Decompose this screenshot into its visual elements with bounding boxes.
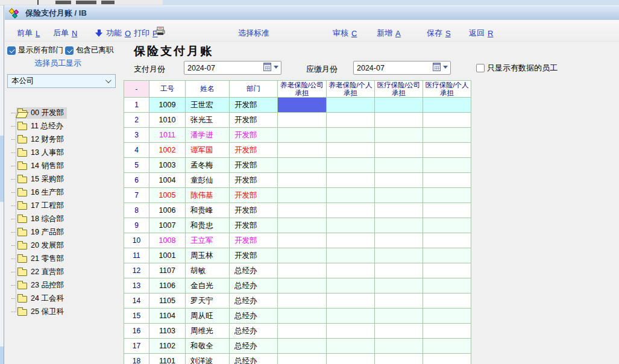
cell-id[interactable]: 1008 — [149, 233, 186, 248]
cell-id[interactable]: 1105 — [149, 293, 186, 309]
cell-medical_company[interactable] — [375, 293, 423, 309]
cell-medical_personal[interactable] — [423, 248, 471, 263]
cell-name[interactable]: 和敬全 — [186, 339, 230, 354]
cell-pension_company[interactable] — [278, 324, 327, 339]
cell-dept[interactable]: 开发部 — [230, 233, 278, 248]
tree-item-14[interactable]: 14 销售部 — [11, 160, 67, 172]
cell-medical_company[interactable] — [375, 339, 423, 354]
cell-name[interactable]: 孟冬梅 — [186, 158, 230, 173]
cell-medical_personal[interactable] — [423, 278, 471, 293]
tree-item-23[interactable]: 23 品控部 — [11, 279, 67, 291]
cell-pension_company[interactable] — [278, 218, 327, 233]
company-select[interactable]: 本公司 — [7, 74, 116, 88]
row-selector-cell[interactable]: 1 — [124, 98, 149, 113]
cell-dept[interactable]: 总经办 — [230, 278, 278, 293]
cell-name[interactable]: 王立军 — [186, 233, 230, 248]
cell-medical_personal[interactable] — [423, 233, 471, 248]
pay-month-select[interactable]: 2024-07 — [184, 61, 281, 75]
cell-pension_company[interactable] — [278, 188, 327, 203]
cell-dept[interactable]: 总经办 — [230, 263, 278, 278]
printer-icon[interactable] — [155, 27, 166, 36]
cell-pension_personal[interactable] — [327, 113, 375, 128]
tree-item-15[interactable]: 15 采购部 — [11, 173, 67, 185]
cell-pension_company[interactable] — [278, 309, 327, 324]
cell-name[interactable]: 和贵忠 — [186, 218, 230, 233]
cell-dept[interactable]: 开发部 — [230, 98, 278, 113]
cell-name[interactable]: 罗天宁 — [186, 293, 230, 309]
toolbar-select-standard-button[interactable]: 选择标准 — [238, 28, 269, 39]
cell-pension_company[interactable] — [278, 143, 327, 158]
row-selector-cell[interactable]: 9 — [124, 218, 149, 233]
cell-pension_company[interactable] — [278, 263, 327, 278]
row-selector-cell[interactable]: 15 — [124, 309, 149, 324]
cell-medical_company[interactable] — [375, 278, 423, 293]
cell-pension_personal[interactable] — [327, 218, 375, 233]
cell-id[interactable]: 1107 — [149, 263, 186, 278]
cell-pension_personal[interactable] — [327, 248, 375, 263]
cell-name[interactable]: 金自光 — [186, 278, 230, 293]
cell-dept[interactable]: 开发部 — [230, 248, 278, 263]
cell-name[interactable]: 王世宏 — [186, 98, 230, 113]
cell-id[interactable]: 1004 — [149, 173, 186, 188]
tree-item-22[interactable]: 22 直营部 — [11, 266, 67, 278]
tree-item-19[interactable]: 19 产品部 — [11, 226, 67, 238]
toolbar-next-button[interactable]: 后单N — [53, 28, 77, 39]
tree-item-11[interactable]: 11 总经办 — [11, 120, 66, 132]
cell-id[interactable]: 1003 — [149, 158, 186, 173]
tree-item-13[interactable]: 13 人事部 — [11, 146, 67, 158]
cell-pension_company[interactable] — [278, 339, 327, 354]
cell-pension_personal[interactable] — [327, 293, 375, 309]
cell-pension_personal[interactable] — [327, 278, 375, 293]
cell-name[interactable]: 周玉林 — [186, 248, 230, 263]
cell-id[interactable]: 1001 — [149, 248, 186, 263]
cell-pension_company[interactable] — [278, 354, 327, 364]
cell-pension_company[interactable] — [278, 98, 327, 113]
cell-dept[interactable]: 总经办 — [230, 293, 278, 309]
cell-pension_personal[interactable] — [327, 158, 375, 173]
toolbar-prev-button[interactable]: 前单L — [17, 28, 40, 39]
cell-id[interactable]: 1010 — [149, 113, 186, 128]
cell-name[interactable]: 周维光 — [186, 324, 230, 339]
cell-medical_company[interactable] — [375, 143, 423, 158]
toolbar-audit-button[interactable]: 审核C — [333, 28, 357, 39]
cell-medical_personal[interactable] — [423, 354, 471, 364]
cell-medical_company[interactable] — [375, 158, 423, 173]
cell-dept[interactable]: 开发部 — [230, 173, 278, 188]
cell-dept[interactable]: 开发部 — [230, 158, 278, 173]
cell-pension_company[interactable] — [278, 203, 327, 218]
cell-id[interactable]: 1011 — [149, 128, 186, 143]
cell-pension_company[interactable] — [278, 158, 327, 173]
cell-medical_personal[interactable] — [423, 203, 471, 218]
row-selector-cell[interactable]: 8 — [124, 203, 149, 218]
cell-pension_personal[interactable] — [327, 324, 375, 339]
cell-medical_company[interactable] — [375, 218, 423, 233]
cell-pension_personal[interactable] — [327, 128, 375, 143]
due-month-select[interactable]: 2024-07 — [353, 61, 451, 75]
cell-pension_company[interactable] — [278, 113, 327, 128]
only-employees-with-data-checkbox[interactable]: 只显示有数据的员工 — [476, 63, 558, 74]
cell-id[interactable]: 1103 — [149, 324, 186, 339]
row-selector-cell[interactable]: 17 — [124, 339, 149, 354]
row-selector-cell[interactable]: 7 — [124, 188, 149, 203]
cell-pension_personal[interactable] — [327, 354, 375, 364]
cell-name[interactable]: 潘学进 — [186, 128, 230, 143]
tree-item-24[interactable]: 24 工会科 — [11, 292, 67, 304]
row-selector-cell[interactable]: 13 — [124, 278, 149, 293]
row-selector-cell[interactable]: 3 — [124, 128, 149, 143]
row-selector-cell[interactable]: 16 — [124, 324, 149, 339]
show-all-departments-checkbox[interactable]: 显示所有部门 — [7, 45, 63, 55]
cell-dept[interactable]: 总经办 — [230, 339, 278, 354]
row-selector-cell[interactable]: 14 — [124, 293, 149, 309]
tree-item-25[interactable]: 25 保卫科 — [11, 306, 67, 318]
cell-dept[interactable]: 总经办 — [230, 354, 278, 364]
cell-name[interactable]: 陈伟基 — [186, 188, 230, 203]
cell-medical_company[interactable] — [375, 233, 423, 248]
cell-medical_company[interactable] — [375, 113, 423, 128]
cell-dept[interactable]: 总经办 — [230, 309, 278, 324]
cell-medical_personal[interactable] — [423, 98, 471, 113]
toolbar-back-button[interactable]: 返回R — [469, 28, 493, 39]
cell-name[interactable]: 胡敏 — [186, 263, 230, 278]
toolbar-add-button[interactable]: 新增A — [377, 28, 401, 39]
select-employee-display-link[interactable]: 选择员工显示 — [34, 58, 81, 69]
cell-medical_company[interactable] — [375, 324, 423, 339]
